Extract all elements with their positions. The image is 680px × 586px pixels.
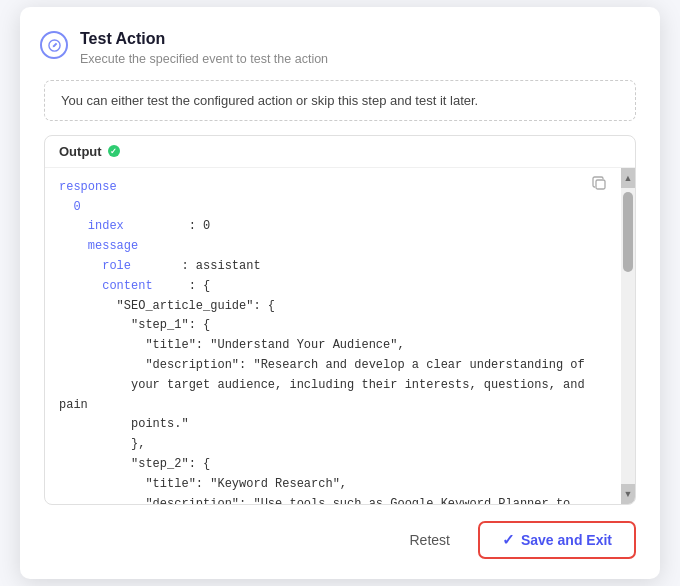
output-status-icon xyxy=(108,145,120,157)
output-content-wrapper: response 0 index : 0 message role : assi… xyxy=(45,168,635,504)
modal-footer: Retest ✓ Save and Exit xyxy=(20,505,660,579)
modal-body: You can either test the configured actio… xyxy=(20,80,660,505)
modal-container: Test Action Execute the specified event … xyxy=(20,7,660,579)
scrollbar-down-button[interactable]: ▼ xyxy=(621,484,635,504)
modal-header: Test Action Execute the specified event … xyxy=(20,7,660,80)
header-subtitle: Execute the specified event to test the … xyxy=(80,52,328,66)
output-header: Output xyxy=(45,136,635,168)
scrollbar-thumb[interactable] xyxy=(623,192,633,272)
save-exit-button[interactable]: ✓ Save and Exit xyxy=(478,521,636,559)
pencil-icon xyxy=(40,31,68,59)
save-exit-label: Save and Exit xyxy=(521,532,612,548)
output-section: Output response 0 index : 0 message xyxy=(44,135,636,505)
check-icon: ✓ xyxy=(502,531,515,549)
copy-button[interactable] xyxy=(592,176,607,194)
scrollbar-up-button[interactable]: ▲ xyxy=(621,168,635,188)
scrollbar[interactable]: ▲ ▼ xyxy=(621,168,635,504)
header-title: Test Action xyxy=(80,29,328,50)
code-block: response 0 index : 0 message role : assi… xyxy=(45,168,621,504)
header-text: Test Action Execute the specified event … xyxy=(80,29,328,66)
output-label: Output xyxy=(59,144,102,159)
svg-rect-1 xyxy=(596,180,605,189)
info-message: You can either test the configured actio… xyxy=(44,80,636,121)
retest-button[interactable]: Retest xyxy=(395,525,463,555)
